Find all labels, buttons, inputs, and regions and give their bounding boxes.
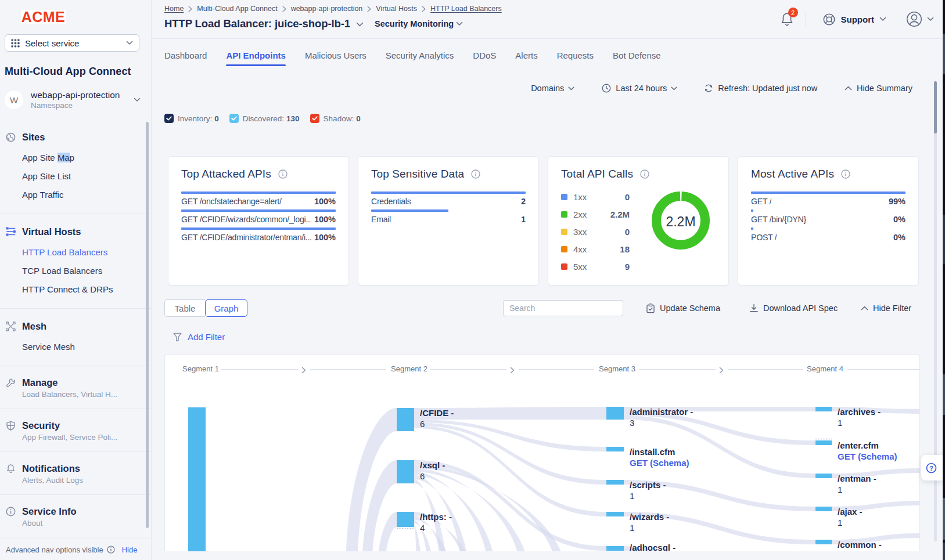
sankey-node-label[interactable]: /https: - (420, 512, 452, 522)
sankey-link[interactable] (624, 411, 815, 445)
section-title[interactable]: Virtual Hosts (22, 226, 81, 237)
sankey-node-schema-link[interactable]: GET (Schema) (630, 458, 689, 468)
breadcrumb-item[interactable]: webapp-api-protection (291, 5, 363, 13)
tab-dashboard[interactable]: Dashboard (164, 39, 207, 66)
sankey-node-admin[interactable] (606, 407, 624, 420)
info-icon[interactable] (471, 169, 480, 179)
sidebar-item-app-site-list[interactable]: App Site List (0, 167, 151, 186)
namespace-selector[interactable]: W webapp-api-protection Namespace (5, 89, 144, 111)
sidebar-item-http-load-balancers[interactable]: HTTP Load Balancers (0, 243, 151, 262)
chevron-down-icon[interactable] (356, 22, 364, 27)
sidebar-item-app-site-map[interactable]: App Site Map (0, 149, 151, 167)
sankey-node-entman[interactable] (815, 474, 832, 478)
help-button[interactable]: ? (921, 455, 943, 480)
tab-bot-defense[interactable]: Bot Defense (613, 39, 661, 66)
filter-discovered[interactable]: Discovered:130 (229, 114, 300, 123)
support-menu[interactable]: Support (822, 13, 887, 26)
sankey-node-label[interactable]: /ajax - (838, 507, 863, 516)
sankey-node-ajax[interactable] (815, 507, 832, 511)
namespace-label: Namespace (31, 100, 120, 110)
section-title[interactable]: Manage (22, 377, 58, 388)
sankey-node-schema-link[interactable]: GET (Schema) (838, 451, 897, 461)
checkbox-checked[interactable] (164, 114, 174, 123)
search-input[interactable] (503, 300, 623, 316)
hide-nav-link[interactable]: Hide (122, 545, 138, 554)
hide-filter-button[interactable]: Hide Filter (861, 299, 911, 317)
sankey-node-label[interactable]: /entman - (838, 474, 876, 483)
sankey-link[interactable] (377, 512, 397, 551)
tab-malicious-users[interactable]: Malicious Users (305, 39, 366, 66)
monitor-menu[interactable]: Security Monitoring (375, 19, 454, 28)
section-title[interactable]: Service Info (22, 506, 77, 517)
sankey-node-label[interactable]: /CFIDE - (420, 408, 454, 418)
row-value: 100% (312, 197, 336, 206)
sankey-node-label[interactable]: /adhocsql - (630, 543, 675, 552)
info-icon[interactable] (278, 169, 288, 179)
sankey-node-archives[interactable] (815, 407, 832, 411)
update-schema-button[interactable]: Update Schema (646, 299, 720, 317)
sankey-node-enter[interactable] (815, 440, 832, 445)
filter-value: 130 (286, 114, 300, 123)
graph-view-button[interactable]: Graph (205, 299, 247, 317)
legend-item-1xx: 1xx0 (561, 188, 630, 205)
section-title[interactable]: Sites (22, 132, 45, 143)
sankey-node-https[interactable] (397, 512, 414, 527)
table-view-button[interactable]: Table (164, 299, 205, 317)
tab-alerts[interactable]: Alerts (515, 39, 537, 66)
sankey-node-scripts[interactable] (606, 480, 624, 485)
sidebar-scrollbar[interactable] (146, 122, 149, 528)
sankey-node-value: 1 (630, 491, 634, 501)
notifications-bell[interactable]: 2 (780, 12, 794, 27)
breadcrumb-item[interactable]: Multi-Cloud App Connect (197, 5, 277, 13)
tab-ddos[interactable]: DDoS (473, 39, 496, 66)
sankey-node-root[interactable] (188, 407, 206, 551)
sankey-node-common[interactable] (815, 540, 832, 544)
sankey-node-label[interactable]: /scripts - (630, 480, 666, 490)
tab-security-analytics[interactable]: Security Analytics (386, 39, 454, 66)
sankey-link[interactable] (414, 420, 606, 451)
filter-inventory[interactable]: Inventory:0 (164, 114, 219, 123)
sidebar-item-http-connect-drps[interactable]: HTTP Connect & DRPs (0, 280, 151, 299)
legend-label: 3xx (573, 227, 587, 237)
tab-requests[interactable]: Requests (557, 39, 594, 66)
info-icon[interactable] (640, 169, 649, 179)
checkbox-checked[interactable] (229, 114, 239, 123)
sankey-chart[interactable]: /CFIDE -6/xsql -6/https: -4/administrato… (165, 355, 920, 551)
sankey-node-label[interactable]: /install.cfm (630, 447, 675, 457)
sankey-node-cfide[interactable] (397, 408, 414, 431)
select-service-dropdown[interactable]: Select service (5, 34, 139, 52)
section-title[interactable]: Mesh (22, 321, 46, 332)
legend-swatch (561, 246, 567, 252)
sankey-node-label[interactable]: /common - (838, 540, 882, 550)
download-api-spec-button[interactable]: Download API Spec (749, 299, 838, 317)
refresh-button[interactable]: Refresh: Updated just now (704, 84, 817, 93)
sankey-node-install[interactable] (606, 447, 624, 451)
time-range-dropdown[interactable]: Last 24 hours (602, 84, 677, 93)
sankey-node-label[interactable]: /wizards - (630, 512, 669, 522)
tab-api-endpoints[interactable]: API Endpoints (226, 39, 286, 66)
section-title[interactable]: Security (22, 420, 60, 431)
domains-dropdown[interactable]: Domains (531, 84, 574, 93)
checkbox-checked[interactable] (310, 114, 319, 123)
info-icon[interactable] (841, 169, 850, 179)
hide-summary-button[interactable]: Hide Summary (845, 84, 912, 93)
sidebar-item-app-traffic[interactable]: App Traffic (0, 186, 151, 204)
sankey-node-label[interactable]: /xsql - (420, 460, 445, 470)
sankey-node-wizards[interactable] (606, 512, 624, 516)
sankey-node-label[interactable]: /enter.cfm (838, 440, 879, 450)
breadcrumb-item[interactable]: Virtual Hosts (376, 5, 417, 13)
sidebar-item-service-mesh[interactable]: Service Mesh (0, 338, 151, 356)
filter-shadow[interactable]: Shadow:0 (310, 114, 361, 123)
sankey-link[interactable] (414, 460, 606, 551)
sankey-node-adhocsql[interactable] (606, 546, 624, 551)
sidebar-item-tcp-load-balancers[interactable]: TCP Load Balancers (0, 262, 151, 280)
sankey-node-label[interactable]: /archives - (838, 407, 881, 417)
user-menu[interactable] (906, 11, 934, 27)
breadcrumb-item[interactable]: HTTP Load Balancers (430, 5, 502, 13)
sankey-node-xsql[interactable] (397, 460, 414, 483)
breadcrumb-item[interactable]: Home (164, 5, 184, 13)
page-scrollbar-thumb[interactable] (934, 81, 937, 133)
add-filter-button[interactable]: Add Filter (173, 332, 225, 342)
section-title[interactable]: Notifications (22, 463, 80, 474)
sankey-node-label[interactable]: /administrator - (630, 407, 693, 417)
